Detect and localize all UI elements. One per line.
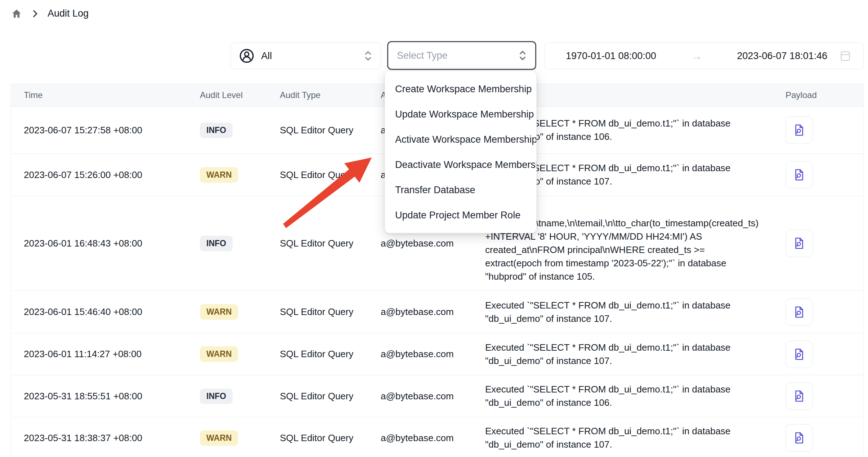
cell-audit-level: WARN <box>195 333 274 375</box>
file-search-icon <box>792 123 806 137</box>
cell-time: 2023-05-31 18:55:51 +08:00 <box>11 375 195 417</box>
cell-payload <box>778 375 863 417</box>
cell-actor: a@bytebase.com <box>379 375 479 417</box>
cell-payload <box>778 107 863 154</box>
dropdown-item-activate-workspace-membership[interactable]: Activate Workspace Membership <box>385 127 536 152</box>
column-header-time: Time <box>11 84 195 106</box>
status-badge: INFO <box>200 389 233 404</box>
cell-time: 2023-06-01 15:46:40 +08:00 <box>11 291 195 333</box>
cell-audit-level: INFO <box>195 375 274 417</box>
status-badge: WARN <box>200 304 238 320</box>
table-row: 2023-06-01 15:46:40 +08:00 WARN SQL Edit… <box>11 291 863 333</box>
date-range-picker[interactable]: 1970-01-01 08:00:00 → 2023-06-07 18:01:4… <box>545 43 864 69</box>
payload-view-button[interactable] <box>786 161 813 188</box>
payload-view-button[interactable] <box>786 230 813 257</box>
dropdown-item-transfer-database[interactable]: Transfer Database <box>385 177 536 203</box>
file-search-icon <box>792 431 806 445</box>
type-filter-select[interactable]: Select Type <box>387 41 536 70</box>
cell-audit-level: WARN <box>195 417 274 457</box>
home-icon[interactable] <box>11 8 22 19</box>
cell-time: 2023-06-01 11:14:27 +08:00 <box>11 333 195 375</box>
chevron-up-down-icon <box>517 49 528 62</box>
cell-comment: Executed `"SELECT * FROM db_ui_demo.t1;"… <box>479 375 778 417</box>
breadcrumb-chevron-icon <box>31 9 39 18</box>
status-badge: WARN <box>200 430 238 446</box>
payload-view-button[interactable] <box>786 341 813 368</box>
cell-payload <box>778 417 863 457</box>
chevron-up-down-icon <box>363 49 373 62</box>
cell-time: 2023-06-07 15:26:00 +08:00 <box>11 154 195 196</box>
cell-actor: a@bytebase.com <box>379 291 479 333</box>
cell-payload <box>778 333 863 375</box>
table-row: 2023-06-01 11:14:27 +08:00 WARN SQL Edit… <box>11 333 863 375</box>
cell-audit-type: SQL Editor Query <box>274 375 379 417</box>
arrow-right-icon: → <box>656 49 737 63</box>
payload-view-button[interactable] <box>786 382 813 410</box>
cell-actor: a@bytebase.com <box>379 417 479 457</box>
cell-actor: a@bytebase.com <box>379 333 479 375</box>
table-row: 2023-05-31 18:38:37 +08:00 WARN SQL Edit… <box>11 417 863 457</box>
cell-time: 2023-05-31 18:38:37 +08:00 <box>11 417 195 457</box>
column-header-payload: Payload <box>778 84 863 106</box>
dropdown-item-deactivate-workspace-membership[interactable]: Deactivate Workspace Membership <box>385 152 536 177</box>
cell-audit-type: SQL Editor Query <box>274 333 379 375</box>
cell-time: 2023-06-07 15:27:58 +08:00 <box>11 107 195 154</box>
cell-comment: Executed `"SELECT * FROM db_ui_demo.t1;"… <box>479 333 778 375</box>
cell-payload <box>778 291 863 333</box>
date-range-start: 1970-01-01 08:00:00 <box>566 50 656 62</box>
table-row: 2023-05-31 18:55:51 +08:00 INFO SQL Edit… <box>11 375 863 417</box>
cell-audit-type: SQL Editor Query <box>274 107 379 154</box>
cell-audit-level: WARN <box>195 291 274 333</box>
status-badge: WARN <box>200 346 238 362</box>
file-search-icon <box>792 305 806 319</box>
cell-audit-type: SQL Editor Query <box>274 196 379 290</box>
status-badge: INFO <box>200 123 233 138</box>
column-header-audit-type: Audit Type <box>274 84 379 106</box>
status-badge: INFO <box>200 236 233 251</box>
cell-payload <box>778 154 863 196</box>
dropdown-item-update-project-member-role[interactable]: Update Project Member Role <box>385 203 536 228</box>
file-search-icon <box>792 236 806 250</box>
file-search-icon <box>792 168 806 182</box>
dropdown-item-create-workspace-membership[interactable]: Create Workspace Membership <box>385 76 536 102</box>
cell-comment: Executed `"SELECT * FROM db_ui_demo.t1;"… <box>479 291 778 333</box>
type-filter-placeholder: Select Type <box>397 50 448 61</box>
page-title: Audit Log <box>48 8 89 19</box>
cell-audit-level: INFO <box>195 196 274 290</box>
breadcrumb: Audit Log <box>11 8 89 19</box>
status-badge: WARN <box>200 167 238 183</box>
cell-payload <box>778 196 863 290</box>
dropdown-item-update-workspace-membership[interactable]: Update Workspace Membership <box>385 102 536 127</box>
file-search-icon <box>792 389 806 403</box>
audit-type-dropdown-menu: Create Workspace Membership Update Works… <box>385 71 537 233</box>
actor-filter-select[interactable]: All <box>231 43 381 69</box>
audit-log-page: Audit Log All Select Type 1970-01-01 <box>0 0 868 457</box>
person-circle-icon <box>239 48 255 64</box>
date-range-end: 2023-06-07 18:01:46 <box>737 50 827 62</box>
cell-audit-type: SQL Editor Query <box>274 291 379 333</box>
cell-audit-level: INFO <box>195 107 274 154</box>
cell-audit-type: SQL Editor Query <box>274 154 379 196</box>
payload-view-button[interactable] <box>786 116 813 144</box>
calendar-icon <box>840 49 851 62</box>
cell-time: 2023-06-01 16:48:43 +08:00 <box>11 196 195 290</box>
cell-audit-type: SQL Editor Query <box>274 417 379 457</box>
column-header-audit-level: Audit Level <box>195 84 274 106</box>
file-search-icon <box>792 347 806 361</box>
cell-audit-level: WARN <box>195 154 274 196</box>
payload-view-button[interactable] <box>786 298 813 326</box>
payload-view-button[interactable] <box>786 424 813 452</box>
actor-filter-value: All <box>261 50 272 62</box>
cell-comment: Executed `"SELECT * FROM db_ui_demo.t1;"… <box>479 417 778 457</box>
